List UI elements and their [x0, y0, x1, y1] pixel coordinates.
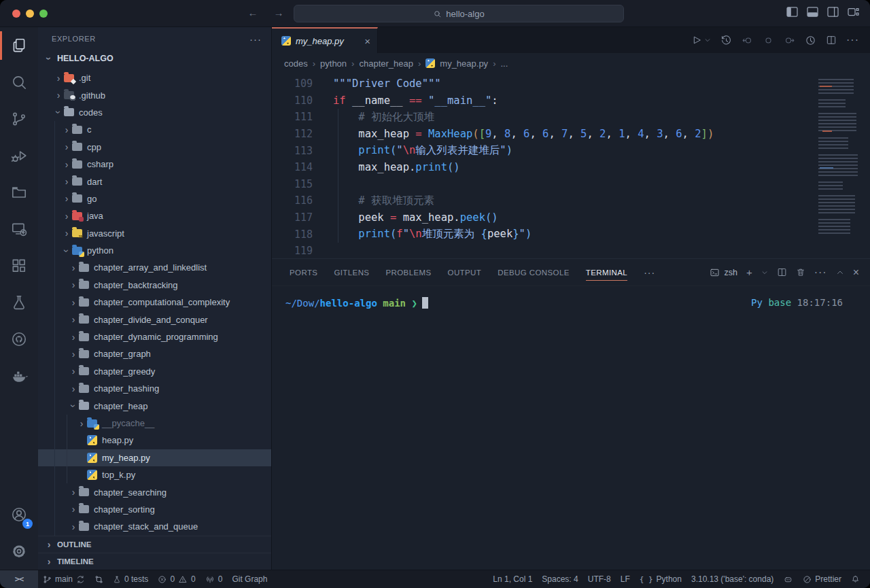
tree-item[interactable]: › dart — [38, 173, 271, 190]
code-line[interactable]: 113 print("\n输入列表并建堆后") — [272, 142, 809, 159]
code-line[interactable]: 115 — [272, 176, 809, 193]
timeline-history-icon[interactable] — [720, 35, 732, 46]
panel-tab[interactable]: PROBLEMS — [377, 259, 439, 286]
code-line[interactable]: 118 print(f"\n堆顶元素为 {peek}") — [272, 226, 809, 243]
project-root-row[interactable]: › HELLO-ALGO — [38, 50, 271, 67]
breadcrumb-chapter-heap[interactable]: chapter_heap — [359, 58, 413, 69]
panel-more-actions-icon[interactable]: ··· — [814, 266, 827, 279]
tree-item[interactable]: › chapter_computational_complexity — [38, 294, 271, 311]
maximize-panel-icon[interactable] — [836, 269, 844, 277]
code-line[interactable]: 116 # 获取堆顶元素 — [272, 192, 809, 209]
close-window-button[interactable] — [12, 10, 20, 18]
code-line[interactable]: 119 — [272, 243, 809, 258]
activity-docker[interactable] — [0, 358, 38, 394]
kill-terminal-icon[interactable] — [796, 267, 805, 277]
activity-extensions[interactable] — [0, 247, 38, 284]
open-changes-icon[interactable] — [763, 35, 774, 46]
split-terminal-icon[interactable] — [777, 267, 787, 277]
open-changes-next-icon[interactable] — [784, 35, 795, 46]
terminal-content[interactable]: ~/Dow/hello-algo main ❯ Py base 18:17:16 — [272, 286, 870, 570]
history-forward-icon[interactable]: → — [272, 7, 285, 18]
close-panel-icon[interactable]: × — [853, 266, 859, 279]
tree-item[interactable]: › chapter_graph — [38, 345, 271, 362]
panel-tab[interactable]: PORTS — [281, 259, 326, 286]
toggle-secondary-sidebar-icon[interactable] — [827, 7, 839, 17]
panel-tab[interactable]: OUTPUT — [440, 259, 490, 286]
tree-item[interactable]: › chapter_stack_and_queue — [38, 518, 271, 535]
tree-item[interactable]: › chapter_heap — [38, 397, 271, 414]
status-copilot[interactable] — [778, 570, 798, 588]
toggle-panel-icon[interactable] — [807, 7, 818, 17]
status-branch[interactable]: main — [38, 570, 90, 588]
tree-item[interactable]: › .github — [38, 86, 271, 103]
toggle-primary-sidebar-icon[interactable] — [786, 7, 798, 17]
activity-search[interactable] — [0, 64, 38, 101]
tree-item[interactable]: › chapter_greedy — [38, 363, 271, 380]
status-git-graph[interactable]: Git Graph — [227, 570, 272, 588]
activity-remote-explorer[interactable] — [0, 211, 38, 247]
status-indentation[interactable]: Spaces: 4 — [537, 570, 582, 588]
tree-item[interactable]: › chapter_hashing — [38, 380, 271, 397]
panel-tab[interactable]: GITLENS — [326, 259, 377, 286]
tree-item[interactable]: › java — [38, 207, 271, 224]
code-line[interactable]: 114 max_heap.print() — [272, 159, 809, 176]
activity-testing[interactable] — [0, 284, 38, 321]
breadcrumb-symbol[interactable]: ... — [500, 58, 508, 69]
activity-github[interactable] — [0, 321, 38, 358]
tree-item[interactable]: › __pycache__ — [38, 415, 271, 432]
breadcrumb-file[interactable]: my_heap.py — [440, 58, 488, 69]
tree-item[interactable]: › heap.py — [38, 432, 271, 449]
new-terminal-icon[interactable]: + — [746, 266, 752, 278]
tree-item[interactable]: › chapter_array_and_linkedlist — [38, 259, 271, 276]
tree-item[interactable]: › chapter_searching — [38, 483, 271, 500]
minimize-window-button[interactable] — [26, 10, 34, 18]
tree-item[interactable]: › javascript — [38, 225, 271, 242]
tree-item[interactable]: › codes — [38, 104, 271, 121]
gitlens-graph-icon[interactable] — [805, 35, 816, 46]
command-center-search[interactable]: hello-algo — [294, 5, 624, 22]
code-editor[interactable]: 109 """Driver Code""" 110 if __name__ ==… — [272, 73, 870, 258]
status-language-mode[interactable]: { } Python — [635, 570, 686, 588]
activity-file-folder[interactable] — [0, 174, 38, 211]
activity-explorer[interactable] — [0, 27, 38, 64]
status-broadcast[interactable]: 0 — [201, 570, 228, 588]
tree-item[interactable]: › top_k.py — [38, 466, 271, 483]
tree-item[interactable]: › cpp — [38, 139, 271, 156]
status-tests[interactable]: 0 tests — [108, 570, 153, 588]
tree-item[interactable]: › python — [38, 242, 271, 259]
editor-tab-my-heap[interactable]: my_heap.py × — [272, 27, 378, 53]
panel-tab[interactable]: TERMINAL — [578, 259, 636, 286]
tree-item[interactable]: › chapter_sorting — [38, 501, 271, 518]
customize-layout-icon[interactable] — [848, 7, 859, 17]
tree-item[interactable]: › c — [38, 121, 271, 138]
tree-item[interactable]: › chapter_divide_and_conquer — [38, 311, 271, 328]
breadcrumb-codes[interactable]: codes — [284, 58, 308, 69]
outline-section-header[interactable]: › OUTLINE — [38, 536, 271, 553]
status-cursor-position[interactable]: Ln 1, Col 1 — [488, 570, 537, 588]
breadcrumb-python[interactable]: python — [320, 58, 347, 69]
status-encoding[interactable]: UTF-8 — [583, 570, 616, 588]
code-line[interactable]: 112 max_heap = MaxHeap([9, 8, 6, 6, 7, 5… — [272, 126, 809, 143]
status-problems[interactable]: 0 0 — [153, 570, 200, 588]
explorer-more-actions-icon[interactable]: ··· — [249, 33, 262, 45]
tree-item[interactable]: › .git — [38, 69, 271, 86]
remote-indicator[interactable]: >< — [0, 570, 38, 588]
activity-source-control[interactable] — [0, 101, 38, 137]
tree-item[interactable]: › chapter_backtracking — [38, 277, 271, 294]
status-prettier[interactable]: Prettier — [798, 570, 846, 588]
status-python-interpreter[interactable]: 3.10.13 ('base': conda) — [686, 570, 778, 588]
shell-selector[interactable]: zsh — [710, 268, 737, 277]
editor-more-actions-icon[interactable]: ··· — [846, 34, 859, 46]
minimap[interactable] — [818, 73, 863, 227]
terminal-dropdown-icon[interactable] — [761, 269, 768, 276]
activity-settings[interactable] — [0, 533, 38, 570]
status-gitlens-compare[interactable] — [90, 570, 108, 588]
code-line[interactable]: 111 # 初始化大顶堆 — [272, 109, 809, 126]
panel-tab[interactable]: DEBUG CONSOLE — [489, 259, 578, 286]
close-tab-icon[interactable]: × — [364, 35, 370, 47]
code-line[interactable]: 109 """Driver Code""" — [272, 75, 809, 92]
run-python-file-icon[interactable] — [691, 35, 702, 46]
split-editor-icon[interactable] — [826, 35, 837, 46]
maximize-window-button[interactable] — [39, 10, 48, 18]
timeline-section-header[interactable]: › TIMELINE — [38, 553, 271, 570]
